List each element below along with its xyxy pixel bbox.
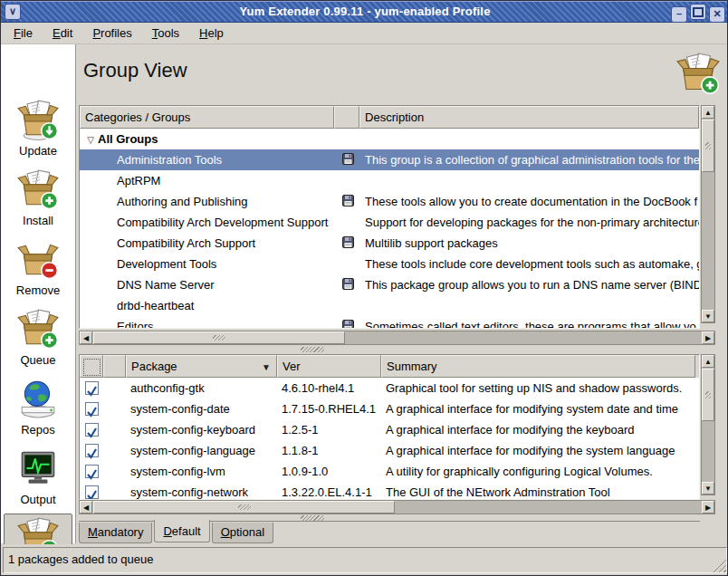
sidebar-item-update[interactable]: Update	[4, 97, 72, 166]
package-row[interactable]: system-config-language1.1.8-1A graphical…	[80, 440, 699, 461]
column-header-icon[interactable]	[334, 106, 359, 129]
menu-help[interactable]: Help	[199, 23, 224, 40]
menu-profiles[interactable]: Profiles	[92, 23, 131, 40]
titlebar[interactable]: ∨ Yum Extender 0.99.11 - yum-enabled Pro…	[1, 1, 728, 23]
package-version: 1.2.5-1	[277, 419, 381, 440]
close-button[interactable]: ✕	[709, 6, 725, 23]
main-content: Group View Categories / Groups Descripti…	[77, 44, 728, 543]
package-row[interactable]: system-config-network1.3.22.0.EL.4.1-1Th…	[80, 482, 699, 499]
sidebar-item-repos[interactable]: Repos	[4, 376, 72, 445]
group-tree-hscrollbar[interactable]: ◀ ▶	[79, 331, 715, 345]
scroll-up-icon[interactable]: ▲	[702, 355, 714, 368]
group-row[interactable]: Editors Sometimes called text editors, t…	[80, 316, 699, 328]
package-row[interactable]: system-config-keyboard1.2.5-1A graphical…	[80, 419, 699, 440]
package-version: 1.3.22.0.EL.4.1-1	[277, 482, 381, 499]
package-name: system-config-network	[126, 482, 277, 499]
tab-default[interactable]: Default	[154, 520, 209, 542]
repos-icon	[17, 408, 59, 422]
sidebar-item-output[interactable]: Output	[4, 446, 72, 514]
package-summary: A graphical interface for modifying the …	[381, 419, 694, 440]
maximize-button[interactable]	[690, 4, 706, 20]
package-vscrollbar[interactable]: ▲ ▼	[701, 354, 715, 495]
group-row[interactable]: Compatibility Arch Development SupportSu…	[80, 212, 699, 233]
floppy-disk-icon	[342, 317, 354, 328]
sidebar-item-label: Repos	[4, 423, 72, 437]
package-name: system-config-date	[126, 398, 277, 419]
package-checkbox[interactable]	[85, 381, 99, 395]
column-header-description[interactable]: Description	[359, 106, 699, 129]
column-header-spacer[interactable]	[103, 355, 126, 378]
vscroll-thumb[interactable]	[702, 369, 714, 421]
package-version: 4.6.10-rhel4.1	[277, 378, 381, 398]
sidebar-item-queue[interactable]: Queue	[4, 306, 72, 375]
sidebar-item-remove[interactable]: Remove	[4, 236, 72, 305]
package-name: authconfig-gtk	[126, 378, 277, 398]
group-tree-vscrollbar[interactable]: ▲ ▼	[701, 105, 715, 323]
package-table-panel: Package▼ Ver Summary authconfig-gtk4.6.1…	[79, 354, 700, 500]
titlebar-buttons: –✕	[668, 2, 725, 24]
column-header-categories[interactable]: Categories / Groups	[80, 106, 334, 129]
floppy-disk-icon	[342, 234, 354, 254]
package-hscrollbar[interactable]: ◀ ▶	[79, 500, 715, 514]
scroll-left-icon[interactable]: ◀	[80, 331, 92, 344]
sidebar: Update Install Remove Queue Repos Output	[1, 44, 76, 543]
package-summary: A graphical interface for modifying the …	[381, 440, 694, 461]
package-row[interactable]: system-config-lvm1.0.9-1.0A utility for …	[80, 461, 699, 482]
group-label: Editors	[117, 320, 153, 328]
group-description: Support for developing packages for the …	[360, 212, 699, 233]
column-header-ver[interactable]: Ver	[277, 355, 381, 378]
package-summary: A graphical interface for modifying syst…	[381, 398, 694, 419]
tab-optional[interactable]: Optional	[212, 523, 273, 543]
package-row[interactable]: system-config-date1.7.15-0.RHEL4.1A grap…	[80, 398, 699, 419]
package-row[interactable]: authconfig-gtk4.6.10-rhel4.1Graphical to…	[80, 378, 699, 398]
group-description: Multilib support packages	[360, 233, 699, 254]
column-header-package[interactable]: Package▼	[126, 355, 277, 378]
menu-edit[interactable]: Edit	[53, 23, 72, 40]
scroll-up-icon[interactable]: ▲	[702, 106, 714, 119]
group-description: These tools include core development too…	[360, 254, 699, 274]
hscroll-thumb[interactable]	[93, 331, 345, 344]
package-checkbox[interactable]	[85, 423, 99, 437]
package-version: 1.0.9-1.0	[277, 461, 381, 482]
package-checkbox[interactable]	[85, 444, 99, 457]
package-summary: Graphical tool for setting up NIS and sh…	[381, 378, 694, 398]
package-checkbox[interactable]	[85, 402, 99, 416]
group-row[interactable]: Authoring and Publishing These tools all…	[80, 191, 699, 212]
scroll-down-icon[interactable]: ▼	[702, 310, 714, 322]
menu-tools[interactable]: Tools	[152, 23, 179, 40]
package-summary: A utility for graphically configuring Lo…	[381, 461, 694, 482]
scroll-left-icon[interactable]: ◀	[80, 501, 92, 514]
group-label: DNS Name Server	[117, 278, 215, 292]
sort-desc-icon: ▼	[262, 362, 271, 372]
column-header-checkbox[interactable]	[80, 355, 103, 378]
expander-open-icon[interactable]: ▽	[83, 130, 98, 149]
group-label: Compatibility Arch Development Support	[117, 216, 328, 229]
group-row[interactable]: Administration Tools This group is a col…	[80, 149, 699, 170]
group-row[interactable]: DNS Name Server This package group allow…	[80, 274, 699, 295]
groups-icon	[676, 52, 720, 98]
group-row[interactable]: AptRPM	[80, 170, 699, 191]
tab-bar: MandatoryDefaultOptional	[79, 521, 727, 544]
update-icon	[17, 130, 59, 143]
paned-resize-handle[interactable]	[301, 347, 324, 352]
column-header-summary[interactable]: Summary	[381, 355, 695, 378]
package-checkbox[interactable]	[85, 465, 99, 478]
sidebar-item-install[interactable]: Install	[4, 167, 72, 235]
group-row[interactable]: drbd-heartbeat	[80, 295, 699, 316]
vscroll-thumb[interactable]	[702, 120, 714, 172]
scroll-right-icon[interactable]: ▶	[702, 501, 714, 514]
minimize-button[interactable]: –	[671, 6, 687, 23]
menu-file[interactable]: File	[14, 23, 33, 40]
scroll-right-icon[interactable]: ▶	[702, 331, 714, 344]
sidebar-item-label: Output	[4, 493, 72, 506]
group-label: Authoring and Publishing	[117, 195, 248, 208]
scroll-down-icon[interactable]: ▼	[702, 482, 714, 494]
hscroll-thumb[interactable]	[93, 501, 395, 514]
package-checkbox[interactable]	[85, 485, 99, 499]
package-version: 1.1.8-1	[277, 440, 381, 461]
tab-mandatory[interactable]: Mandatory	[79, 523, 152, 543]
group-row[interactable]: ▽All Groups	[80, 129, 699, 149]
group-row[interactable]: Compatibility Arch Support Multilib supp…	[80, 233, 699, 254]
group-row[interactable]: Development ToolsThese tools include cor…	[80, 254, 699, 274]
package-table-header: Package▼ Ver Summary	[80, 355, 699, 378]
